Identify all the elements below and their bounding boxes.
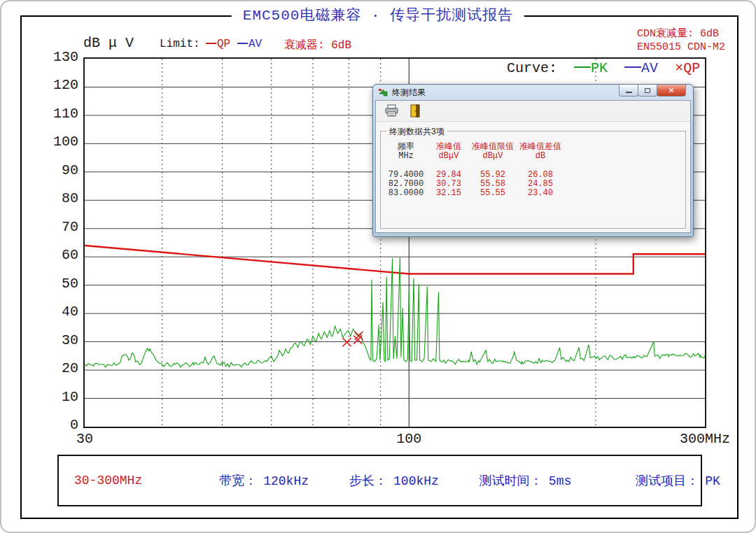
cdn-info: CDN衰减量: 6dB EN55015 CDN-M2 [637,27,725,54]
curve-av: AV [616,60,658,76]
dialog-titlebar[interactable]: 终测结果 ✕ [375,85,691,100]
limit-line-qp [85,246,705,274]
printer-icon [384,104,399,118]
maximize-button[interactable] [638,85,657,97]
app-icon [378,87,388,98]
close-button[interactable]: ✕ [657,85,686,97]
bandwidth-item: 带宽：120kHz [219,472,309,489]
footer-bar: 30-300MHz 带宽：120kHz 步长：100kHz 测试时间：5ms 测… [57,455,702,506]
column-unit: dBμV [428,152,469,161]
dialog-content: 终测数据共3项 频率准峰值准峰值限值准峰值差值MHzdBμVdBμVdB79.4… [376,122,690,232]
av-line-icon [237,43,248,44]
curve-legend: Curve: PK AV ×QP [507,60,700,76]
minimize-icon [626,92,632,93]
limit-label: Limit: [160,38,200,50]
value-cell: 23.40 [517,189,564,198]
pk-line-icon [574,66,591,68]
curve-label: Curve: [507,60,557,76]
close-icon: ✕ [668,87,674,94]
test-mode-item: 测试项目：PK [636,472,720,489]
frequency-range: 30-300MHz [74,474,142,488]
value-cell: 55.55 [469,189,517,198]
results-summary: 终测数据共3项 [386,126,447,138]
qp-line-icon [206,43,216,44]
dialog-body: 终测数据共3项 频率准峰值准峰值限值准峰值差值MHzdBμVdBμVdB79.4… [375,100,691,233]
exit-button[interactable] [410,104,420,118]
column-unit: dB [517,152,564,161]
cdn-attenuation-label: CDN衰减量: 6dB [637,27,725,41]
column-unit: dBμV [469,152,517,161]
report-page: EMC500电磁兼容 · 传导干扰测试报告 CDN衰减量: 6dB EN5501… [0,0,756,533]
test-time-item: 测试时间：5ms [479,472,571,489]
value-cell: 32.15 [428,189,469,198]
minimize-button[interactable] [619,85,638,97]
exit-door-icon [410,104,420,118]
limit-qp-legend: QP [206,38,230,50]
result-table: 频率准峰值准峰值限值准峰值差值MHzdBμVdBμVdB79.400029.84… [384,143,564,198]
column-unit: MHz [384,152,428,161]
attenuator-label: 衰减器: 6dB [284,38,351,52]
table-row[interactable]: 83.000032.1555.5523.40 [384,189,564,198]
maximize-icon [645,88,650,93]
dialog-toolbar [376,101,690,122]
report-title: EMC500电磁兼容 · 传导干扰测试报告 [232,5,524,24]
qp-cross-icon: × [675,60,683,76]
window-controls: ✕ [620,85,686,97]
standard-label: EN55015 CDN-M2 [637,41,725,54]
frequency-cell: 83.0000 [384,189,428,198]
dialog-title: 终测结果 [392,87,426,99]
result-dialog: 终测结果 ✕ [372,84,694,237]
y-axis-unit: dB μ V [83,35,134,51]
curve-qp: ×QP [666,60,700,76]
step-item: 步长：100kHz [349,472,439,489]
curve-pk: PK [566,60,608,76]
results-groupbox: 终测数据共3项 频率准峰值准峰值限值准峰值差值MHzdBμVdBμVdB79.4… [380,131,686,229]
limit-av-legend: AV [237,38,262,50]
print-button[interactable] [384,104,399,118]
av-line-icon [624,66,641,68]
